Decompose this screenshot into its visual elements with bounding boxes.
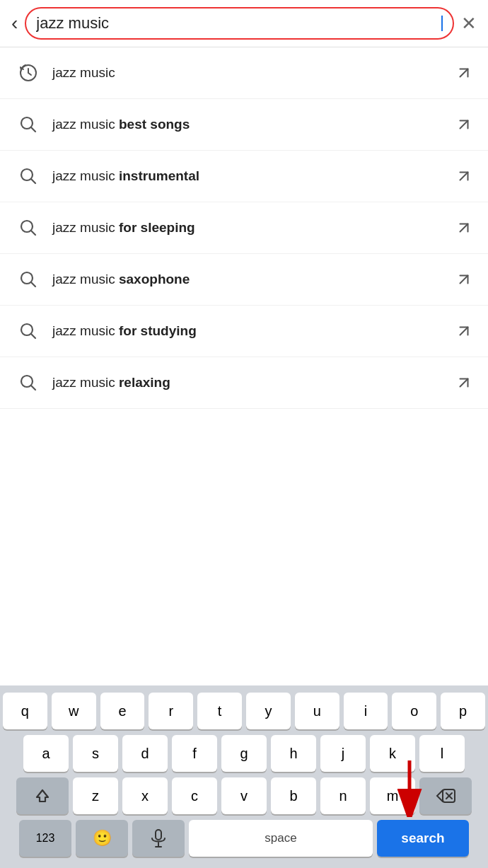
suggestion-item-history[interactable]: jazz music [0,47,488,99]
key-p[interactable]: p [441,693,485,729]
suggestion-item-7[interactable]: jazz music relaxing [0,357,488,409]
key-shift[interactable] [16,777,69,814]
key-e[interactable]: e [100,693,145,729]
key-i[interactable]: i [344,693,388,729]
key-microphone[interactable] [132,820,185,857]
key-emoji[interactable]: 🙂 [76,820,128,857]
text-cursor [441,16,443,31]
key-k[interactable]: k [370,735,415,772]
suggestion-item-5[interactable]: jazz music saxophone [0,254,488,306]
search-button[interactable]: search [377,820,469,857]
svg-line-3 [31,127,35,132]
suggestion-text-4: jazz music for sleeping [52,220,454,236]
key-z[interactable]: z [73,777,118,814]
svg-rect-25 [156,830,161,840]
key-a[interactable]: a [23,735,69,772]
history-icon [14,59,42,87]
svg-line-4 [460,121,468,129]
suggestion-item-3[interactable]: jazz music instrumental [0,151,488,202]
key-x[interactable]: x [122,777,168,814]
search-icon-4 [14,214,42,242]
svg-line-7 [460,173,468,180]
key-u[interactable]: u [295,693,339,729]
key-o[interactable]: o [392,693,436,729]
fill-arrow-5[interactable] [454,270,474,289]
svg-line-6 [31,179,35,183]
key-y[interactable]: y [246,693,291,729]
key-c[interactable]: c [172,777,217,814]
fill-arrow-7[interactable] [454,373,474,393]
key-h[interactable]: h [271,735,316,772]
svg-line-1 [460,69,468,77]
suggestion-text-2: jazz music best songs [52,117,454,132]
keyboard-row-3: z x c v b n m [3,777,485,814]
svg-line-15 [31,334,35,338]
key-d[interactable]: d [122,735,168,772]
svg-line-16 [460,328,468,335]
svg-line-19 [460,379,468,387]
close-button[interactable]: ✕ [461,13,477,35]
suggestions-list: jazz music jazz music best songs [0,47,488,409]
keyboard-row-1: q w e r t y u i o p [3,693,485,729]
search-bar: ‹ ✕ [0,0,488,47]
search-icon-6 [14,317,42,345]
svg-line-9 [31,231,35,235]
suggestion-text-3: jazz music instrumental [52,168,454,184]
search-icon-3 [14,162,42,190]
key-space[interactable]: space [189,820,373,857]
search-icon-5 [14,265,42,294]
svg-line-13 [460,276,468,284]
key-b[interactable]: b [271,777,316,814]
fill-arrow-2[interactable] [454,115,474,134]
search-input-wrapper [25,7,454,40]
suggestion-item-4[interactable]: jazz music for sleeping [0,202,488,254]
suggestion-text-6: jazz music for studying [52,323,454,339]
keyboard: q w e r t y u i o p a s d f g h j k l z … [0,685,488,868]
key-s[interactable]: s [73,735,118,772]
key-w[interactable]: w [52,693,96,729]
key-j[interactable]: j [320,735,366,772]
suggestion-item-2[interactable]: jazz music best songs [0,99,488,151]
key-numbers[interactable]: 123 [19,820,71,857]
search-icon-2 [14,110,42,139]
svg-line-10 [460,224,468,232]
svg-line-18 [31,386,35,390]
key-m[interactable]: m [370,777,415,814]
key-q[interactable]: q [3,693,47,729]
suggestion-text-1: jazz music [52,65,454,81]
key-r[interactable]: r [149,693,193,729]
key-t[interactable]: t [197,693,242,729]
key-g[interactable]: g [221,735,267,772]
key-n[interactable]: n [320,777,366,814]
search-oval [25,7,454,40]
search-input[interactable] [36,14,441,33]
fill-arrow-1[interactable] [454,63,474,83]
suggestion-text-5: jazz music saxophone [52,272,454,287]
keyboard-row-2: a s d f g h j k l [3,735,485,772]
keyboard-row-4: 123 🙂 space search [3,820,485,857]
search-icon-7 [14,369,42,397]
back-button[interactable]: ‹ [11,12,18,35]
suggestion-item-6[interactable]: jazz music for studying [0,306,488,357]
key-v[interactable]: v [221,777,267,814]
fill-arrow-4[interactable] [454,218,474,238]
key-l[interactable]: l [419,735,465,772]
svg-line-12 [31,282,35,287]
key-delete[interactable] [419,777,472,814]
fill-arrow-3[interactable] [454,166,474,186]
suggestion-text-7: jazz music relaxing [52,375,454,390]
key-f[interactable]: f [172,735,217,772]
fill-arrow-6[interactable] [454,321,474,341]
